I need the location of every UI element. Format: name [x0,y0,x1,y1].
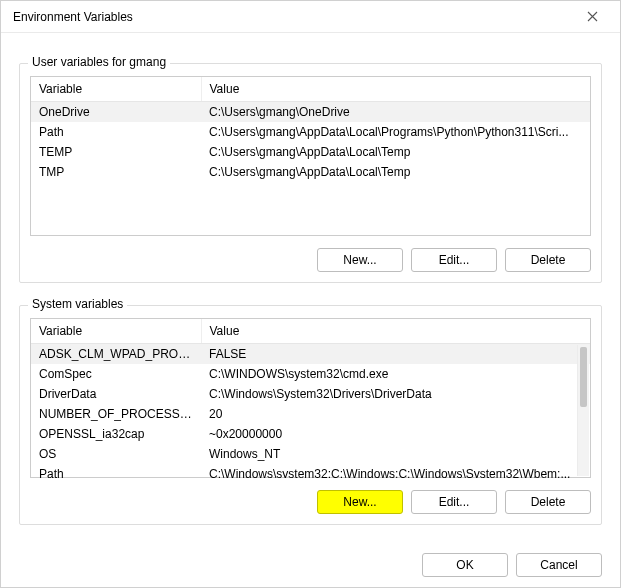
user-variables-grid[interactable]: Variable Value OneDriveC:\Users\gmang\On… [30,76,591,236]
variable-cell: OneDrive [31,102,201,122]
system-group-label: System variables [28,297,127,311]
variable-cell: ComSpec [31,364,201,384]
dialog-footer: OK Cancel [1,537,620,577]
user-group-label: User variables for gmang [28,55,170,69]
environment-variables-dialog: Environment Variables User variables for… [0,0,621,588]
table-row[interactable]: PathC:\Users\gmang\AppData\Local\Program… [31,122,590,142]
system-new-button[interactable]: New... [317,490,403,514]
close-icon [587,11,598,22]
user-new-button[interactable]: New... [317,248,403,272]
user-delete-button[interactable]: Delete [505,248,591,272]
variable-cell: Path [31,122,201,142]
value-cell: ~0x20000000 [201,424,590,444]
value-cell: C:\Windows\system32;C:\Windows;C:\Window… [201,464,590,478]
value-cell: 20 [201,404,590,424]
table-row[interactable]: OSWindows_NT [31,444,590,464]
table-row[interactable]: OPENSSL_ia32cap~0x20000000 [31,424,590,444]
table-row[interactable]: OneDriveC:\Users\gmang\OneDrive [31,102,590,122]
variable-cell: NUMBER_OF_PROCESSORS [31,404,201,424]
system-button-row: New... Edit... Delete [30,490,591,514]
value-cell: C:\Users\gmang\AppData\Local\Programs\Py… [201,122,590,142]
user-button-row: New... Edit... Delete [30,248,591,272]
variable-cell: TEMP [31,142,201,162]
system-variables-group: System variables Variable Value ADSK_CLM… [19,305,602,525]
system-variables-grid[interactable]: Variable Value ADSK_CLM_WPAD_PROXY_...FA… [30,318,591,478]
system-delete-button[interactable]: Delete [505,490,591,514]
variable-cell: OPENSSL_ia32cap [31,424,201,444]
value-cell: Windows_NT [201,444,590,464]
user-col-value[interactable]: Value [201,77,590,101]
value-cell: C:\Windows\System32\Drivers\DriverData [201,384,590,404]
value-cell: C:\WINDOWS\system32\cmd.exe [201,364,590,384]
close-button[interactable] [572,3,612,31]
scrollbar-thumb[interactable] [580,347,587,407]
window-title: Environment Variables [13,10,572,24]
value-cell: FALSE [201,344,590,364]
ok-button[interactable]: OK [422,553,508,577]
user-edit-button[interactable]: Edit... [411,248,497,272]
dialog-body: User variables for gmang Variable Value … [1,33,620,537]
system-edit-button[interactable]: Edit... [411,490,497,514]
user-col-variable[interactable]: Variable [31,77,201,101]
cancel-button[interactable]: Cancel [516,553,602,577]
table-row[interactable]: DriverDataC:\Windows\System32\Drivers\Dr… [31,384,590,404]
value-cell: C:\Users\gmang\AppData\Local\Temp [201,162,590,182]
title-bar: Environment Variables [1,1,620,33]
variable-cell: ADSK_CLM_WPAD_PROXY_... [31,344,201,364]
value-cell: C:\Users\gmang\AppData\Local\Temp [201,142,590,162]
variable-cell: DriverData [31,384,201,404]
system-col-variable[interactable]: Variable [31,319,201,343]
system-col-value[interactable]: Value [201,319,590,343]
table-row[interactable]: TMPC:\Users\gmang\AppData\Local\Temp [31,162,590,182]
variable-cell: Path [31,464,201,478]
table-row[interactable]: PathC:\Windows\system32;C:\Windows;C:\Wi… [31,464,590,478]
variable-cell: TMP [31,162,201,182]
table-row[interactable]: TEMPC:\Users\gmang\AppData\Local\Temp [31,142,590,162]
system-scrollbar[interactable] [577,345,589,476]
value-cell: C:\Users\gmang\OneDrive [201,102,590,122]
user-variables-group: User variables for gmang Variable Value … [19,63,602,283]
variable-cell: OS [31,444,201,464]
table-row[interactable]: NUMBER_OF_PROCESSORS20 [31,404,590,424]
table-row[interactable]: ADSK_CLM_WPAD_PROXY_...FALSE [31,344,590,364]
table-row[interactable]: ComSpecC:\WINDOWS\system32\cmd.exe [31,364,590,384]
